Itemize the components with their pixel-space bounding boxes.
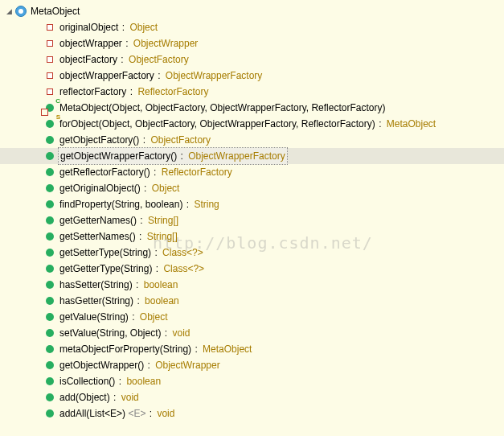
member-row[interactable]: reflectorFactory : ReflectorFactory <box>0 84 504 100</box>
return-type: Object <box>140 311 168 323</box>
member-row[interactable]: getGetterType(String) : Class<?> <box>0 261 504 277</box>
expander-icon[interactable]: ◢ <box>3 3 14 19</box>
member-row[interactable]: hasSetter(String) : boolean <box>0 277 504 293</box>
return-type: void <box>157 408 174 419</box>
method-icon <box>43 134 56 146</box>
member-name: getOriginalObject() <box>59 183 141 194</box>
member-name: getObjectWrapper() <box>59 360 144 371</box>
member-row[interactable]: getSetterType(String) : Class<?> <box>0 245 504 261</box>
type-separator: : <box>141 183 150 194</box>
return-type: ObjectFactory <box>129 54 189 65</box>
outline-tree: ◢MetaObjectoriginalObject : Objectobject… <box>0 3 504 422</box>
member-name: metaObjectForProperty(String) <box>59 343 191 355</box>
method-icon <box>43 246 56 259</box>
member-name: getGetterType(String) <box>59 263 152 274</box>
member-row[interactable]: findProperty(String, boolean) : String <box>0 196 504 212</box>
type-separator: : <box>140 134 148 146</box>
member-name: MetaObject(Object, ObjectFactory, Object… <box>59 102 385 113</box>
field-icon <box>43 85 56 98</box>
type-separator: : <box>145 360 153 371</box>
return-type: Class<?> <box>163 263 204 274</box>
type-separator: : <box>183 199 191 210</box>
return-type: String[] <box>147 231 178 242</box>
member-row[interactable]: originalObject : Object <box>0 19 504 35</box>
member-row[interactable]: addAll(List<E>) <E> : void <box>0 405 504 422</box>
return-type: ObjectWrapperFactory <box>188 150 285 162</box>
method-icon <box>43 182 56 195</box>
member-row[interactable]: objectWrapper : ObjectWrapper <box>0 35 504 51</box>
member-name: getGetterNames() <box>59 215 137 226</box>
member-name: hasGetter(String) <box>59 295 133 306</box>
member-row[interactable]: getOriginalObject() : Object <box>0 180 504 196</box>
method-icon <box>43 262 56 275</box>
method-icon: S <box>43 117 56 130</box>
type-separator: : <box>129 311 137 323</box>
type-separator: : <box>153 263 161 274</box>
method-icon <box>43 294 56 307</box>
member-row[interactable]: SforObject(Object, ObjectFactory, Object… <box>0 116 504 132</box>
member-name: reflectorFactory <box>59 86 126 97</box>
constructor-icon: C <box>43 101 56 114</box>
type-separator: : <box>376 118 384 130</box>
member-row[interactable]: getSetterNames() : String[] <box>0 228 504 245</box>
class-name: MetaObject <box>31 3 80 19</box>
method-icon <box>43 359 56 372</box>
return-type: Class<?> <box>162 247 203 258</box>
method-icon <box>43 214 56 227</box>
type-separator: : <box>137 215 145 226</box>
return-type: boolean <box>144 279 178 290</box>
method-icon <box>43 407 56 420</box>
type-separator: : <box>192 343 200 355</box>
member-row[interactable]: metaObjectForProperty(String) : MetaObje… <box>0 341 504 357</box>
member-row[interactable]: getObjectFactory() : ObjectFactory <box>0 132 504 148</box>
type-separator: : <box>151 167 159 178</box>
type-separator: : <box>152 247 160 258</box>
return-type: MetaObject <box>387 118 436 130</box>
member-name: getReflectorFactory() <box>59 167 150 178</box>
method-icon <box>43 391 56 404</box>
field-icon <box>43 69 56 82</box>
return-type: ReflectorFactory <box>162 167 232 178</box>
return-type: ObjectWrapper <box>155 360 219 371</box>
return-type: String[] <box>148 215 178 226</box>
member-row[interactable]: objectFactory : ObjectFactory <box>0 51 504 68</box>
member-row[interactable]: CMetaObject(Object, ObjectFactory, Objec… <box>0 100 504 116</box>
member-name: findProperty(String, boolean) <box>59 199 182 210</box>
member-name: objectFactory <box>59 54 117 65</box>
member-row[interactable]: objectWrapperFactory : ObjectWrapperFact… <box>0 68 504 84</box>
member-row[interactable]: getReflectorFactory() : ReflectorFactory <box>0 164 504 180</box>
type-separator: : <box>146 408 154 419</box>
member-row[interactable]: setValue(String, Object) : void <box>0 325 504 341</box>
generic-params: <E> <box>128 408 145 419</box>
field-icon <box>43 53 56 66</box>
type-separator: : <box>155 70 163 81</box>
type-separator: : <box>111 392 119 403</box>
member-name: forObject(Object, ObjectFactory, ObjectW… <box>59 118 375 130</box>
member-row[interactable]: hasGetter(String) : boolean <box>0 293 504 309</box>
return-type: Object <box>152 183 180 194</box>
member-name: getObjectFactory() <box>59 134 139 146</box>
return-type: void <box>173 327 191 339</box>
return-type: void <box>121 392 139 403</box>
member-name: getObjectWrapperFactory() <box>60 150 177 162</box>
member-row[interactable]: add(Object) : void <box>0 389 504 405</box>
type-separator: : <box>119 22 127 33</box>
return-type: ObjectWrapperFactory <box>166 70 263 81</box>
member-row[interactable]: isCollection() : boolean <box>0 373 504 389</box>
member-row[interactable]: getObjectWrapper() : ObjectWrapper <box>0 357 504 373</box>
member-row[interactable]: getValue(String) : Object <box>0 309 504 325</box>
return-type: String <box>194 199 219 210</box>
method-icon <box>43 327 56 339</box>
return-type: ObjectWrapper <box>133 38 198 49</box>
method-icon <box>43 375 56 388</box>
member-name: objectWrapper <box>59 38 122 49</box>
return-type: ObjectFactory <box>150 134 211 146</box>
class-row[interactable]: ◢MetaObject <box>0 3 504 19</box>
type-separator: : <box>137 231 145 242</box>
return-type: ReflectorFactory <box>137 86 208 97</box>
member-row[interactable]: getGetterNames() : String[] <box>0 212 504 228</box>
member-row[interactable]: getObjectWrapperFactory() : ObjectWrappe… <box>0 148 504 164</box>
field-icon <box>43 21 56 34</box>
member-name: add(Object) <box>59 392 110 403</box>
return-type: boolean <box>145 295 179 306</box>
